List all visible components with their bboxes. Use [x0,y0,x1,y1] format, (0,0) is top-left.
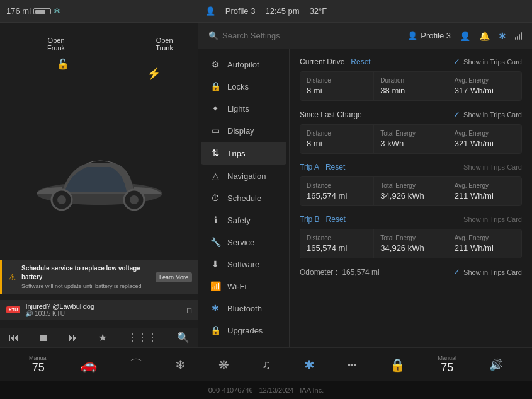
apps-taskbar-icon[interactable]: ❋ [218,357,229,373]
wipers-taskbar-icon[interactable]: ⌒ [130,356,142,373]
nav-navigation[interactable]: △ Navigation [201,165,286,187]
nav-wifi-label: Wi-Fi [227,282,246,291]
nav-software-label: Software [227,260,259,269]
svg-point-4 [130,195,139,204]
bluetooth-icon[interactable]: ✱ [499,31,506,41]
taskbar: Manual 75 🚗 ⌒ ❄ ❋ ♫ ✱ ••• 🔒 Manual 75 🔊 [0,347,532,381]
stop-button[interactable]: ⏹ [38,332,48,344]
lock-taskbar-icon[interactable]: 🔒 [390,357,405,373]
trip-b-reset[interactable]: Reset [326,215,346,224]
trip-a-reset[interactable]: Reset [325,163,345,171]
bluetooth-taskbar-icon[interactable]: ✱ [304,357,315,373]
schedule-icon: ⏱ [210,193,221,203]
since-charge-show-label: Show in Trips Card [463,111,522,119]
nav-autopilot[interactable]: ⚙ Autopilot [201,54,286,75]
slc-energy-total-cell: Total Energy 3 kWh [374,125,447,153]
alert-icon: ⚠ [8,272,16,282]
music-taskbar-icon[interactable]: ♫ [262,357,271,372]
current-drive-checkmark: ✓ [453,57,460,66]
settings-panel: 🔍 👤 Profile 3 👤 🔔 ✱ [198,23,532,347]
nav-schedule[interactable]: ⏱ Schedule [201,187,286,209]
profile-header-right: 👤 Profile 3 👤 🔔 ✱ [407,31,522,41]
bluetooth-nav-icon: ✱ [210,303,221,313]
more-taskbar-icon[interactable]: ••• [348,360,357,370]
software-icon: ⬇ [210,259,221,269]
odometer-show-trips[interactable]: ✓ Show in Trips Card [453,267,522,277]
lock-icon-car: 🔓 [57,58,69,70]
nav-wifi[interactable]: 📶 Wi-Fi [201,275,286,297]
favorite-button[interactable]: ★ [98,332,107,344]
battery-icon [33,8,51,14]
driver-profile-icon[interactable]: 👤 [460,31,470,41]
nav-service-label: Service [227,238,254,247]
search-settings-input[interactable] [222,31,310,40]
nav-locks[interactable]: 🔒 Locks [201,76,286,97]
odometer-show-label: Show in Trips Card [463,269,522,276]
equalizer-button[interactable]: ⋮⋮⋮ [127,332,157,344]
nav-trips[interactable]: ⇅ Trips [201,142,286,165]
nav-upgrades[interactable]: 🔒 Upgrades [201,320,286,341]
trips-content: Current Drive Reset ✓ Show in Trips Card… [290,49,532,347]
person-icon: 👤 [205,6,215,16]
settings-header: 🔍 👤 Profile 3 👤 🔔 ✱ [198,23,532,49]
left-indicator: 176 mi ❄ [6,6,60,16]
alert-title: Schedule service to replace low voltage … [21,264,150,282]
lights-icon: ✦ [210,103,221,113]
search-media-button[interactable]: 🔍 [177,332,190,344]
trip-a-show-label: Show in Trips Card [463,163,522,171]
nav-service[interactable]: 🔧 Service [201,231,286,253]
current-drive-show-trips[interactable]: ✓ Show in Trips Card [453,57,522,66]
learn-more-button[interactable]: Learn More [156,272,192,282]
current-distance-cell: Distance 8 mi [300,72,373,100]
airplay-icon[interactable]: ⊓ [186,306,192,315]
climate-taskbar-icon[interactable]: ❄ [175,357,186,373]
search-box-area: 🔍 [208,31,310,40]
trip-a-avg-energy-label: Avg. Energy [455,182,515,189]
radio-logo: KTU [6,306,20,313]
nav-lights[interactable]: ✦ Lights [201,98,286,119]
trip-b-header: Trip B Reset Show in Trips Card [300,215,522,224]
left-temp-label: Manual [29,355,48,361]
nav-safety-label: Safety [227,216,251,225]
current-drive-reset[interactable]: Reset [351,57,370,66]
nav-bluetooth[interactable]: ✱ Bluetooth [201,298,286,319]
profile-icon-area: 👤 Profile 3 [407,31,451,40]
trip-b-avg-energy-value: 211 Wh/mi [455,243,515,253]
top-temp: 32°F [310,6,327,16]
trip-a-distance-label: Distance [307,182,367,189]
slc-distance-cell: Distance 8 mi [300,125,373,153]
odometer-value: 165,574 mi [342,268,379,277]
open-trunk-label[interactable]: Open Trunk [156,37,173,52]
open-frunk-label[interactable]: Open Frunk [47,37,65,52]
current-distance-label: Distance [307,77,367,84]
since-charge-show-trips[interactable]: ✓ Show in Trips Card [453,110,522,119]
radio-title: Injured? @Lawbulldog [25,303,181,310]
since-charge-title: Since Last Charge [300,110,362,119]
trip-b-show-trips[interactable]: Show in Trips Card [463,216,522,223]
top-time: 12:45 pm [265,6,299,16]
next-track-button[interactable]: ⏭ [69,332,79,344]
trip-a-total-energy-value: 34,926 kWh [380,191,441,200]
alert-banner: ⚠ Schedule service to replace low voltag… [0,260,198,294]
nav-lights-label: Lights [227,104,249,113]
radio-station: 🔊 103.5 KTU [25,310,181,317]
bell-icon[interactable]: 🔔 [479,31,490,41]
slc-distance-value: 8 mi [307,139,367,148]
nav-safety[interactable]: ℹ Safety [201,209,286,231]
trip-b-distance-value: 165,574 mi [307,243,367,253]
nav-display[interactable]: ▭ Display [201,120,286,141]
snowflake-icon: ❄ [54,6,60,16]
top-profile-name: Profile 3 [225,6,256,16]
slc-energy-total-value: 3 kWh [380,139,441,148]
left-temp-value: 75 [32,361,45,374]
locks-icon: 🔒 [210,81,221,91]
car-taskbar-icon[interactable]: 🚗 [80,357,97,373]
trip-b-distance-cell: Distance 165,574 mi [300,229,373,258]
left-temp: Manual 75 [29,355,48,374]
trip-a-total-energy-label: Total Energy [380,182,441,189]
trip-a-show-trips[interactable]: Show in Trips Card [463,163,522,171]
nav-software[interactable]: ⬇ Software [201,253,286,275]
prev-track-button[interactable]: ⏮ [9,332,19,344]
volume-taskbar-icon[interactable]: 🔊 [489,358,503,372]
nav-schedule-label: Schedule [227,194,261,203]
